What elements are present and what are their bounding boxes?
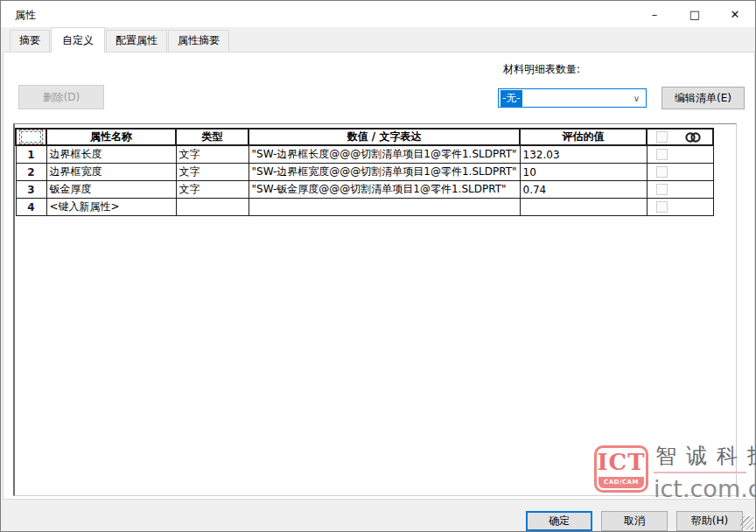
select-all-cell[interactable]	[16, 129, 46, 145]
bom-quantity-selected-value: -无-	[500, 90, 522, 107]
resize-grip[interactable]	[740, 516, 753, 529]
property-expression-cell[interactable]: "SW-边界框长度@@@切割清单项目1@零件1.SLDPRT"	[248, 145, 520, 164]
minimize-button[interactable]: –	[634, 1, 675, 27]
link-checkbox[interactable]	[656, 149, 668, 160]
tab-strip: 摘要 自定义 配置属性 属性摘要	[1, 27, 755, 52]
bom-quantity-dropdown[interactable]: -无- ∨	[498, 88, 647, 108]
edit-list-button[interactable]: 编辑清单(E)	[662, 87, 745, 109]
property-evaluated-cell[interactable]: 0.74	[520, 181, 647, 199]
property-evaluated-cell[interactable]	[520, 199, 647, 216]
row-number[interactable]: 4	[16, 199, 46, 216]
tab-summary[interactable]: 摘要	[10, 30, 50, 52]
row-number[interactable]: 1	[16, 145, 46, 164]
col-header-evaluated[interactable]: 评估的值	[520, 129, 647, 145]
property-evaluated-cell[interactable]: 132.03	[520, 145, 647, 164]
properties-dialog: 属性 – □ ✕ 摘要 自定义 配置属性 属性摘要 删除(D) 材料明细表数量:…	[0, 0, 756, 532]
chevron-down-icon: ∨	[634, 94, 644, 103]
link-checkbox[interactable]	[656, 201, 668, 213]
property-link-cell	[647, 199, 713, 216]
property-type-cell[interactable]	[176, 199, 248, 216]
property-type-cell[interactable]: 文字	[176, 181, 248, 199]
property-expression-cell[interactable]: "SW-钣金厚度@@@切割清单项目1@零件1.SLDPRT"	[248, 181, 520, 199]
tab-property-summary[interactable]: 属性摘要	[168, 30, 229, 52]
delete-button: 删除(D)	[18, 85, 104, 109]
col-header-link[interactable]	[647, 129, 713, 145]
table-row[interactable]: 1 边界框长度 文字 "SW-边界框长度@@@切割清单项目1@零件1.SLDPR…	[16, 145, 713, 164]
property-link-cell	[647, 145, 713, 164]
col-header-expression[interactable]: 数值 / 文字表达	[248, 129, 520, 145]
property-expression-cell[interactable]	[248, 199, 520, 216]
maximize-button[interactable]: □	[675, 1, 715, 27]
table-header-row: 属性名称 类型 数值 / 文字表达 评估的值	[16, 129, 713, 145]
property-type-cell[interactable]: 文字	[176, 164, 248, 181]
property-type-cell[interactable]: 文字	[176, 145, 248, 164]
property-name-cell[interactable]: 边界框长度	[46, 145, 176, 164]
property-name-cell[interactable]: 边界框宽度	[46, 164, 176, 181]
property-expression-cell[interactable]: "SW-边界框宽度@@@切割清单项目1@零件1.SLDPRT"	[248, 164, 520, 181]
close-icon: ✕	[731, 8, 740, 21]
bom-quantity-label: 材料明细表数量:	[503, 62, 580, 77]
table-row[interactable]: 2 边界框宽度 文字 "SW-边界框宽度@@@切割清单项目1@零件1.SLDPR…	[16, 164, 713, 181]
link-all-checkbox[interactable]	[656, 131, 668, 143]
link-icon	[683, 131, 703, 144]
cancel-button[interactable]: 取消	[601, 511, 668, 531]
tab-custom[interactable]: 自定义	[51, 27, 105, 52]
minimize-icon: –	[652, 8, 658, 21]
close-button[interactable]: ✕	[715, 1, 755, 27]
property-link-cell	[647, 164, 713, 181]
property-evaluated-cell[interactable]: 10	[520, 164, 647, 181]
property-link-cell	[647, 181, 713, 199]
dialog-title: 属性	[15, 8, 36, 23]
row-number[interactable]: 3	[16, 181, 46, 199]
col-header-name[interactable]: 属性名称	[46, 129, 176, 145]
col-header-type[interactable]: 类型	[176, 129, 248, 145]
properties-table: 属性名称 类型 数值 / 文字表达 评估的值 1 边界框长度	[15, 128, 714, 216]
maximize-icon: □	[690, 8, 700, 21]
title-bar: 属性 – □ ✕	[1, 1, 755, 27]
row-number[interactable]: 2	[16, 164, 46, 181]
link-checkbox[interactable]	[656, 166, 668, 178]
table-row[interactable]: 3 钣金厚度 文字 "SW-钣金厚度@@@切割清单项目1@零件1.SLDPRT"…	[16, 181, 713, 199]
property-name-cell[interactable]: 钣金厚度	[46, 181, 176, 199]
new-property-input-cell[interactable]: <键入新属性>	[46, 199, 176, 216]
ok-button[interactable]: 确定	[526, 511, 592, 531]
property-grid: 属性名称 类型 数值 / 文字表达 评估的值 1 边界框长度	[13, 123, 737, 496]
help-button[interactable]: 帮助(H)	[676, 511, 743, 531]
table-row-new-property[interactable]: 4 <键入新属性>	[16, 199, 713, 216]
link-checkbox[interactable]	[656, 184, 668, 195]
tab-configuration-properties[interactable]: 配置属性	[106, 30, 167, 52]
